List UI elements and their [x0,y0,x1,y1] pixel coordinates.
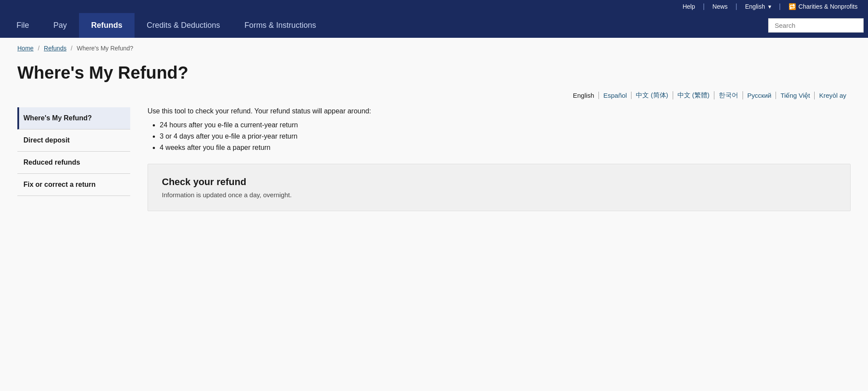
lang-english-current: English [569,92,599,99]
content-layout: Where's My Refund? Direct deposit Reduce… [0,107,868,229]
breadcrumb-current: Where's My Refund? [77,45,133,52]
help-link[interactable]: Help [683,3,695,10]
lang-chinese-simplified[interactable]: 中文 (简体) [631,91,673,99]
charities-icon: 🔁 [789,3,796,10]
english-label: English [745,3,765,10]
nav-forms[interactable]: Forms & Instructions [232,13,328,38]
lang-creole[interactable]: Kreyòl ay [815,92,851,99]
lang-korean[interactable]: 한국어 [714,91,743,99]
nav-refunds[interactable]: Refunds [79,13,135,38]
breadcrumb-sep-2: / [71,45,72,52]
lang-espanol[interactable]: Español [599,92,631,99]
charities-label: Charities & Nonprofits [799,3,858,10]
breadcrumb-home[interactable]: Home [17,45,33,52]
search-box [768,17,864,34]
lang-chinese-traditional[interactable]: 中文 (繁體) [673,91,714,99]
nav-spacer [328,13,764,38]
lang-russian[interactable]: Русский [743,92,776,99]
main-content: Use this tool to check your refund. Your… [148,107,851,211]
sidebar-item-wheres-my-refund[interactable]: Where's My Refund? [17,107,130,129]
search-input[interactable] [768,18,864,33]
charities-link[interactable]: 🔁 Charities & Nonprofits [789,3,858,10]
bullet-item-3: 4 weeks after you file a paper return [160,144,851,152]
nav-file[interactable]: File [4,13,41,38]
page-title: Where's My Refund? [0,59,868,91]
divider-2: | [736,3,737,10]
nav-pay[interactable]: Pay [41,13,79,38]
check-refund-subtitle: Information is updated once a day, overn… [162,191,836,199]
sidebar-item-reduced-refunds[interactable]: Reduced refunds [17,152,130,174]
chevron-down-icon: ▾ [768,3,771,10]
check-refund-title: Check your refund [162,176,836,188]
breadcrumb-sep-1: / [38,45,39,52]
nav-credits[interactable]: Credits & Deductions [135,13,232,38]
bullet-item-1: 24 hours after you e-file a current-year… [160,121,851,129]
divider-3: | [779,3,781,10]
main-nav: File Pay Refunds Credits & Deductions Fo… [0,13,868,38]
language-selector[interactable]: English ▾ [745,3,771,10]
bullet-list: 24 hours after you e-file a current-year… [148,121,851,152]
bullet-item-2: 3 or 4 days after you e-file a prior-yea… [160,133,851,140]
language-bar: English Español 中文 (简体) 中文 (繁體) 한국어 Русс… [0,91,868,107]
news-link[interactable]: News [713,3,728,10]
divider-1: | [703,3,704,10]
sidebar-item-fix-return[interactable]: Fix or correct a return [17,174,130,196]
breadcrumb: Home / Refunds / Where's My Refund? [0,38,868,59]
sidebar: Where's My Refund? Direct deposit Reduce… [17,107,130,211]
utility-bar: Help | News | English ▾ | 🔁 Charities & … [0,0,868,13]
lang-vietnamese[interactable]: Tiếng Việt [776,92,815,99]
intro-text: Use this tool to check your refund. Your… [148,107,851,115]
breadcrumb-refunds[interactable]: Refunds [44,45,66,52]
sidebar-item-direct-deposit[interactable]: Direct deposit [17,129,130,152]
check-refund-box: Check your refund Information is updated… [148,164,851,211]
